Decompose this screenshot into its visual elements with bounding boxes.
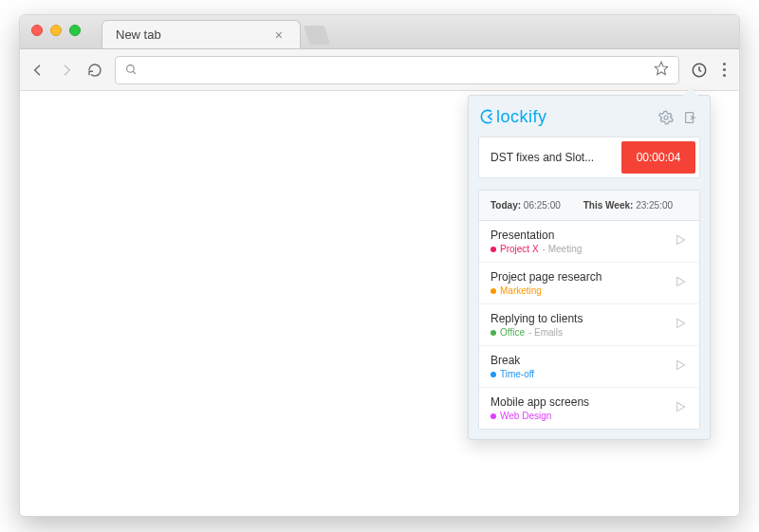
project-name: Marketing: [500, 285, 542, 296]
task-name: - Meeting: [543, 244, 583, 254]
task-name: - Emails: [528, 327, 563, 338]
current-tracker: DST fixes and Slot... 00:00:04: [478, 137, 700, 178]
browser-menu-button[interactable]: [719, 63, 730, 77]
entry-title: Mobile app screens: [491, 395, 673, 409]
start-entry-button[interactable]: [673, 232, 688, 251]
browser-tab[interactable]: New tab ×: [102, 20, 301, 48]
entry-title: Break: [491, 354, 673, 367]
entry-meta: Time-off: [491, 369, 673, 379]
tab-title: New tab: [116, 28, 161, 42]
entry-title: Replying to clients: [491, 312, 673, 325]
clockify-extension-icon[interactable]: [691, 62, 708, 79]
time-summary: Today: 06:25:00 This Week: 23:25:00: [479, 191, 699, 221]
project-color-dot: [491, 372, 496, 377]
project-name: Project X: [500, 244, 539, 254]
start-entry-button[interactable]: [673, 316, 688, 335]
popup-header: lockify: [469, 96, 710, 137]
project-color-dot: [491, 247, 496, 252]
svg-point-4: [664, 116, 668, 119]
browser-toolbar: [20, 49, 739, 91]
start-entry-button[interactable]: [673, 358, 688, 376]
entry-title: Project page research: [491, 270, 673, 284]
play-icon: [673, 399, 688, 414]
week-summary: This Week: 23:25:00: [583, 200, 673, 211]
svg-line-1: [133, 71, 136, 74]
play-icon: [673, 316, 688, 331]
start-entry-button[interactable]: [673, 399, 688, 418]
stop-timer-button[interactable]: 00:00:04: [621, 141, 695, 174]
gear-icon: [658, 110, 674, 125]
svg-marker-2: [655, 62, 667, 74]
entry-meta: Marketing: [491, 285, 673, 296]
project-color-dot: [491, 413, 496, 419]
clockify-popup: lockify DST fixes and Slot... 00:00:04 T…: [468, 95, 711, 440]
svg-marker-7: [677, 235, 685, 244]
entry-title: Presentation: [491, 229, 673, 242]
project-name: Web Design: [500, 411, 551, 421]
time-entry[interactable]: Replying to clientsOffice - Emails: [479, 304, 699, 346]
play-icon: [673, 274, 688, 289]
today-summary: Today: 06:25:00: [491, 200, 561, 211]
new-tab-button[interactable]: [304, 26, 330, 45]
search-icon: [125, 64, 138, 76]
svg-marker-10: [677, 360, 685, 369]
back-button[interactable]: [29, 63, 46, 78]
project-name: Office: [500, 327, 525, 338]
entries-list: PresentationProject X - MeetingProject p…: [479, 221, 699, 429]
window-controls: [31, 25, 81, 36]
page-content: lockify DST fixes and Slot... 00:00:04 T…: [20, 91, 739, 516]
start-entry-button[interactable]: [673, 274, 688, 293]
bookmark-star-icon[interactable]: [654, 61, 669, 80]
close-window-button[interactable]: [31, 25, 43, 36]
time-entry[interactable]: Project page researchMarketing: [479, 263, 699, 304]
address-bar[interactable]: [115, 56, 679, 84]
time-entry[interactable]: Mobile app screensWeb Design: [479, 388, 699, 429]
logout-button[interactable]: [683, 110, 698, 125]
entry-meta: Web Design: [491, 411, 673, 421]
time-entry[interactable]: BreakTime-off: [479, 346, 699, 388]
forward-button[interactable]: [58, 63, 75, 78]
titlebar: New tab ×: [20, 15, 739, 49]
svg-marker-9: [677, 319, 685, 327]
logout-icon: [683, 110, 698, 125]
entry-meta: Project X - Meeting: [491, 244, 673, 254]
browser-window: New tab × lockify: [19, 14, 740, 517]
project-color-dot: [491, 330, 496, 336]
settings-button[interactable]: [658, 110, 674, 125]
clockify-logo: lockify: [480, 107, 547, 127]
svg-marker-8: [677, 277, 685, 285]
project-name: Time-off: [500, 369, 534, 379]
reload-button[interactable]: [86, 63, 103, 78]
minimize-window-button[interactable]: [50, 25, 62, 36]
zoom-window-button[interactable]: [69, 25, 81, 36]
play-icon: [673, 358, 688, 373]
entry-meta: Office - Emails: [491, 327, 673, 338]
clockify-logo-text: lockify: [496, 107, 547, 126]
play-icon: [673, 232, 688, 248]
svg-marker-11: [677, 402, 685, 411]
current-description[interactable]: DST fixes and Slot...: [479, 138, 618, 177]
close-tab-button[interactable]: ×: [275, 28, 283, 43]
entries-section: Today: 06:25:00 This Week: 23:25:00 Pres…: [478, 190, 700, 430]
project-color-dot: [491, 288, 496, 294]
clockify-logo-icon: [480, 109, 495, 124]
svg-point-0: [127, 65, 135, 73]
svg-rect-5: [686, 112, 694, 122]
time-entry[interactable]: PresentationProject X - Meeting: [479, 221, 699, 263]
